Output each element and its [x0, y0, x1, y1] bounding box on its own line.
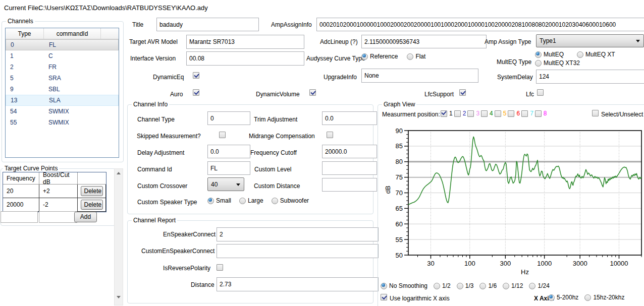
upgrade-info-input[interactable]: None: [361, 69, 478, 83]
delete-point-button[interactable]: Delete: [81, 200, 103, 210]
lfc-checkbox[interactable]: [537, 89, 544, 96]
position-7-checkbox[interactable]: [521, 110, 528, 117]
smoothing-option[interactable]: No Smoothing: [381, 282, 427, 289]
column-header-commandid[interactable]: commandId: [44, 28, 101, 39]
channel-info-group-label: Channel Info: [132, 101, 169, 108]
curve-frequency-cell[interactable]: 20: [3, 185, 39, 198]
multeq-type-option-label: MultEQ: [544, 51, 564, 58]
channel-row[interactable]: 55SWMIX: [6, 117, 119, 128]
channel-row[interactable]: 1C: [6, 50, 119, 62]
system-delay-input[interactable]: 124: [536, 70, 644, 84]
scroll-up-button[interactable]: [115, 169, 123, 177]
custom-en-speaker-connect-input[interactable]: [217, 244, 379, 258]
position-5-checkbox[interactable]: [495, 110, 501, 117]
smoothing-option[interactable]: 1/12: [503, 282, 523, 289]
delay-adjustment-input[interactable]: 0.0: [207, 145, 250, 158]
channel-row[interactable]: 2FR: [6, 62, 119, 73]
measurement-position-5: 5: [495, 110, 507, 117]
tc-header-boost[interactable]: Boost/Cut dB: [39, 172, 78, 185]
smoothing-radio[interactable]: [529, 283, 535, 289]
multeq-type-option[interactable]: MultEQ XT32: [535, 59, 580, 67]
position-8-checkbox[interactable]: [535, 110, 542, 117]
select-unselect-label: Select/Unselect a: [601, 111, 644, 118]
smoothing-radio[interactable]: [479, 283, 486, 289]
curve-frequency-cell[interactable]: 20000: [3, 198, 39, 212]
custom-speaker-type-option[interactable]: Subwoofer: [272, 197, 309, 204]
scroll-down-button[interactable]: [115, 293, 123, 301]
tc-header-frequency[interactable]: Frequency: [3, 172, 39, 185]
delete-point-button[interactable]: Delete: [81, 186, 103, 196]
amp-assign-type-combobox[interactable]: Type1: [536, 34, 644, 47]
smoothing-radio[interactable]: [457, 283, 463, 289]
new-boost-input[interactable]: [39, 211, 77, 223]
column-header-type[interactable]: Type: [6, 28, 44, 39]
multeq-type-radio[interactable]: [577, 51, 583, 58]
position-3-checkbox[interactable]: [467, 110, 474, 117]
midrange-compensation-checkbox[interactable]: [327, 132, 333, 138]
smoothing-radio[interactable]: [503, 283, 509, 289]
dynamic-eq-checkbox[interactable]: [193, 72, 199, 79]
multeq-type-option[interactable]: MultEQ XT: [577, 51, 615, 58]
title-input[interactable]: badaudy: [156, 18, 259, 31]
x-axis-range-option[interactable]: 5-200hz: [548, 294, 578, 301]
position-4-checkbox[interactable]: [481, 110, 488, 117]
svg-text:65: 65: [396, 205, 403, 212]
command-id-input[interactable]: FL: [207, 161, 250, 175]
trim-adjustment-input[interactable]: 0.0: [322, 111, 377, 125]
interface-version-input[interactable]: 00.08: [186, 51, 304, 66]
ratbuddyssey-window: Current File: C:\Users\ΚΩΣΤΑΣ\Downloads\…: [0, 0, 644, 306]
channel-row[interactable]: 5SRA: [6, 73, 119, 84]
custom-distance-input[interactable]: [322, 178, 377, 192]
channels-grid[interactable]: Type commandId 0FL1C2FR5SRA9SBL13SLA54SW…: [5, 28, 119, 158]
vertical-scrollbar[interactable]: [114, 168, 123, 305]
smoothing-radio[interactable]: [434, 283, 440, 289]
use-log-x-checkbox[interactable]: [381, 294, 387, 300]
new-frequency-input[interactable]: [1, 211, 38, 223]
position-2-checkbox[interactable]: [454, 110, 461, 117]
is-reverse-polarity-checkbox[interactable]: [217, 264, 223, 271]
en-speaker-connect-input[interactable]: 2: [217, 227, 379, 241]
skipped-measurement-checkbox[interactable]: [219, 132, 226, 138]
custom-speaker-type-option[interactable]: Small: [207, 197, 231, 204]
channel-row[interactable]: 54SWMIX: [6, 106, 119, 117]
multeq-type-label: MultEQ Type: [497, 58, 531, 66]
custom-speaker-type-option[interactable]: Large: [239, 197, 263, 204]
custom-speaker-type-option-label: Subwoofer: [280, 197, 309, 204]
custom-level-input[interactable]: [322, 161, 377, 175]
frequency-cutoff-input[interactable]: 20000.0: [322, 145, 377, 158]
channel-row[interactable]: 9SBL: [6, 84, 119, 95]
adc-lineup-input[interactable]: 2.115000009536743: [361, 35, 487, 48]
custom-speaker-type-radio[interactable]: [239, 198, 246, 204]
audyssey-curve-type-option[interactable]: Flat: [407, 53, 425, 60]
add-point-button[interactable]: Add: [74, 212, 97, 222]
smoothing-option[interactable]: 1/24: [529, 282, 549, 289]
smoothing-option[interactable]: 1/3: [457, 282, 474, 289]
custom-crossover-combobox[interactable]: 40: [207, 177, 244, 191]
channel-row[interactable]: 13SLA: [6, 95, 119, 106]
distance-input[interactable]: 2.73: [217, 277, 379, 291]
smoothing-option[interactable]: 1/6: [479, 282, 497, 289]
position-7-label: 7: [530, 110, 533, 117]
custom-speaker-type-radio[interactable]: [272, 198, 278, 204]
audyssey-curve-type-option[interactable]: Reference: [361, 53, 398, 60]
curve-boost-cell[interactable]: -2: [39, 198, 78, 212]
audyssey-curve-type-radio[interactable]: [407, 53, 413, 60]
auro-checkbox[interactable]: [193, 89, 199, 96]
measurement-positions: 12345678: [441, 110, 547, 117]
x-axis-range-radio[interactable]: [584, 294, 591, 301]
multeq-type-radio[interactable]: [535, 60, 542, 67]
svg-text:50: 50: [396, 252, 403, 259]
smoothing-option[interactable]: 1/2: [434, 282, 451, 289]
channel-type-input[interactable]: 0: [207, 111, 250, 125]
lfc-support-checkbox[interactable]: [459, 89, 466, 96]
x-axis-range-option[interactable]: 15hz-20khz: [584, 294, 624, 301]
select-unselect-checkbox[interactable]: [592, 110, 599, 116]
target-avr-model-input[interactable]: Marantz SR7013: [186, 35, 304, 49]
curve-boost-cell[interactable]: +2: [39, 185, 78, 198]
custom-speaker-type-radio[interactable]: [207, 198, 214, 204]
svg-text:10000: 10000: [610, 260, 628, 267]
dynamic-volume-checkbox[interactable]: [309, 89, 316, 96]
channel-row[interactable]: 0FL: [6, 39, 119, 50]
position-6-checkbox[interactable]: [508, 110, 514, 117]
amp-assign-info-input[interactable]: 0002010200010000010002000200200001001000…: [316, 18, 644, 31]
